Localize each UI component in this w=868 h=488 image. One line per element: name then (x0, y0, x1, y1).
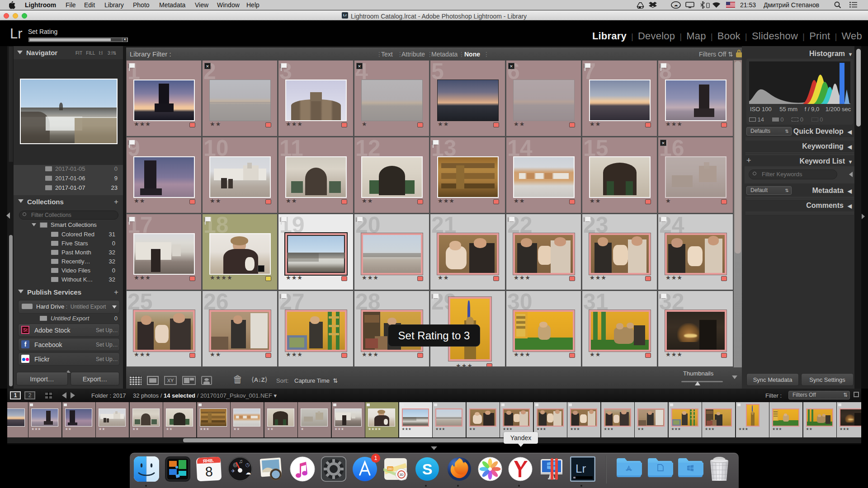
svg-text:8: 8 (205, 464, 213, 479)
svg-text:Lr: Lr (576, 462, 586, 475)
svg-text:3D: 3D (400, 473, 404, 476)
svg-text:♫: ♫ (239, 458, 243, 465)
svg-text:☁: ☁ (674, 3, 678, 7)
svg-text:☁: ☁ (245, 469, 251, 476)
svg-text:S: S (422, 460, 433, 478)
svg-text:280: 280 (387, 467, 393, 470)
svg-text:✈: ✈ (231, 468, 235, 474)
svg-text:◷: ◷ (245, 462, 250, 467)
svg-text:ЯНВ.: ЯНВ. (203, 458, 214, 463)
